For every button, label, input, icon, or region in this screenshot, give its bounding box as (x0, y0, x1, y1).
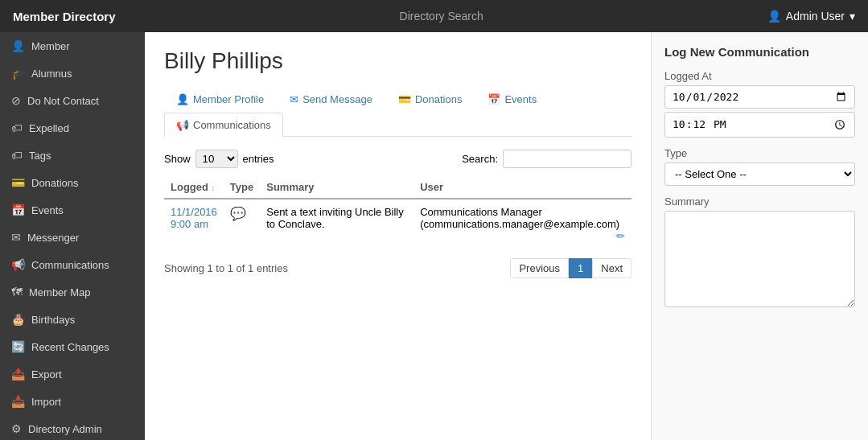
search-label: Search: (462, 153, 498, 165)
tab-label: Member Profile (193, 93, 264, 105)
tab-label: Communications (193, 119, 271, 131)
cell-user: Communications Manager (communications.m… (413, 199, 631, 249)
tab-events[interactable]: 📅 Events (475, 87, 549, 111)
messenger-icon: ✉ (11, 231, 21, 244)
main-content: Billy Phillips 👤 Member Profile ✉ Send M… (145, 32, 651, 440)
sidebar-item-label: Donations (31, 177, 79, 189)
sidebar-item-label: Tags (29, 150, 51, 162)
send-message-tab-icon: ✉ (290, 93, 298, 105)
show-label: Show (164, 153, 191, 165)
col-user: User (413, 176, 631, 199)
sidebar-item-recent-changes[interactable]: 🔄 Recent Changes (0, 333, 145, 360)
user-icon: 👤 (767, 10, 781, 23)
tab-label: Send Message (302, 93, 372, 105)
import-icon: 📥 (11, 395, 25, 408)
pagination-row: Showing 1 to 1 of 1 entries Previous 1 N… (164, 258, 631, 278)
user-name: Admin User (786, 10, 845, 23)
sidebar-item-label: Messenger (27, 232, 79, 244)
tab-send-message[interactable]: ✉ Send Message (278, 87, 385, 111)
sidebar-item-label: Directory Admin (28, 423, 102, 435)
logged-at-time-input[interactable] (664, 112, 855, 138)
sidebar-item-label: Recent Changes (31, 341, 109, 353)
sidebar-item-label: Events (31, 204, 64, 216)
user-email-text: (communications.manager@example.com) (420, 218, 619, 230)
sidebar: 👤 Member 🎓 Alumnus ⊘ Do Not Contact 🏷 Ex… (0, 32, 145, 440)
page-title: Billy Phillips (164, 48, 631, 74)
sidebar-item-export[interactable]: 📤 Export (0, 360, 145, 388)
sidebar-item-communications[interactable]: 📢 Communications (0, 251, 145, 278)
sidebar-item-do-not-contact[interactable]: ⊘ Do Not Contact (0, 87, 145, 114)
tab-member-profile[interactable]: 👤 Member Profile (164, 87, 276, 111)
app-title: Member Directory (13, 10, 116, 23)
right-panel: Log New Communication Logged At Type -- … (651, 32, 868, 440)
logged-at-date-input[interactable] (664, 85, 855, 109)
show-entries-control: Show 10 25 50 100 entries (164, 150, 274, 168)
do-not-contact-icon: ⊘ (11, 94, 21, 107)
table-row: 11/1/20169:00 am 💬 Sent a text inviting … (164, 199, 631, 249)
cell-type: 💬 (224, 199, 260, 249)
tab-label: Events (504, 93, 537, 105)
sidebar-item-label: Communications (31, 259, 109, 271)
top-navigation: Member Directory Directory Search 👤 Admi… (0, 0, 868, 32)
next-button[interactable]: Next (592, 258, 631, 278)
sidebar-item-label: Import (31, 396, 61, 408)
admin-icon: ⚙ (11, 422, 22, 435)
tab-communications[interactable]: 📢 Communications (164, 113, 283, 137)
sidebar-item-label: Member (31, 40, 70, 52)
sidebar-item-label: Member Map (29, 286, 91, 298)
sidebar-item-import[interactable]: 📥 Import (0, 388, 145, 415)
entries-label: entries (243, 153, 274, 165)
summary-textarea[interactable] (664, 211, 855, 307)
birthday-icon: 🎂 (11, 313, 25, 326)
page-1-button[interactable]: 1 (569, 258, 592, 278)
events-icon: 📅 (11, 204, 25, 216)
cell-logged: 11/1/20169:00 am (164, 199, 224, 249)
search-box: Search: (462, 150, 631, 168)
events-tab-icon: 📅 (487, 93, 500, 105)
donations-icon: 💳 (11, 176, 25, 189)
col-logged[interactable]: Logged ↕ (164, 176, 224, 199)
summary-label: Summary (664, 195, 855, 208)
user-menu[interactable]: 👤 Admin User ▾ (767, 10, 855, 23)
prev-button[interactable]: Previous (510, 258, 569, 278)
type-select[interactable]: -- Select One -- (664, 162, 855, 186)
logged-at-group: Logged At (664, 70, 855, 138)
log-date-link[interactable]: 11/1/20169:00 am (171, 206, 217, 230)
entries-per-page-select[interactable]: 10 25 50 100 (195, 150, 238, 168)
sidebar-item-member-map[interactable]: 🗺 Member Map (0, 278, 145, 306)
col-summary[interactable]: Summary (260, 176, 413, 199)
sidebar-item-label: Do Not Contact (27, 95, 99, 107)
tag-icon: 🏷 (11, 149, 23, 162)
sidebar-item-label: Birthdays (31, 314, 75, 326)
sidebar-item-label: Alumnus (31, 68, 72, 80)
type-group: Type -- Select One -- (664, 147, 855, 186)
table-controls: Show 10 25 50 100 entries Search: (164, 150, 631, 168)
alumnus-icon: 🎓 (11, 67, 25, 80)
sidebar-item-tags[interactable]: 🏷 Tags (0, 142, 145, 169)
col-type: Type (224, 176, 260, 199)
tab-donations[interactable]: 💳 Donations (386, 87, 475, 111)
recent-changes-icon: 🔄 (11, 340, 25, 353)
sidebar-item-donations[interactable]: 💳 Donations (0, 169, 145, 196)
sidebar-item-member[interactable]: 👤 Member (0, 32, 145, 60)
export-icon: 📤 (11, 368, 25, 380)
summary-group: Summary (664, 195, 855, 310)
sidebar-item-label: Expelled (29, 122, 69, 134)
edit-row-icon[interactable]: ✏ (616, 230, 625, 242)
sidebar-item-events[interactable]: 📅 Events (0, 196, 145, 224)
communications-icon: 📢 (11, 258, 25, 271)
tab-label: Donations (415, 93, 463, 105)
search-input[interactable] (503, 150, 631, 168)
sidebar-item-directory-admin[interactable]: ⚙ Directory Admin (0, 415, 145, 440)
sidebar-item-messenger[interactable]: ✉ Messenger (0, 224, 145, 251)
type-label: Type (664, 147, 855, 159)
map-icon: 🗺 (11, 286, 23, 298)
communications-tab-icon: 📢 (176, 119, 189, 131)
user-name-text: Communications Manager (420, 206, 542, 218)
sidebar-item-alumnus[interactable]: 🎓 Alumnus (0, 60, 145, 87)
sidebar-item-expelled[interactable]: 🏷 Expelled (0, 114, 145, 142)
sidebar-item-birthdays[interactable]: 🎂 Birthdays (0, 306, 145, 333)
communications-table: Logged ↕ Type Summary User (164, 176, 631, 249)
directory-search-link[interactable]: Directory Search (400, 10, 483, 23)
sort-icon: ↕ (212, 183, 216, 192)
